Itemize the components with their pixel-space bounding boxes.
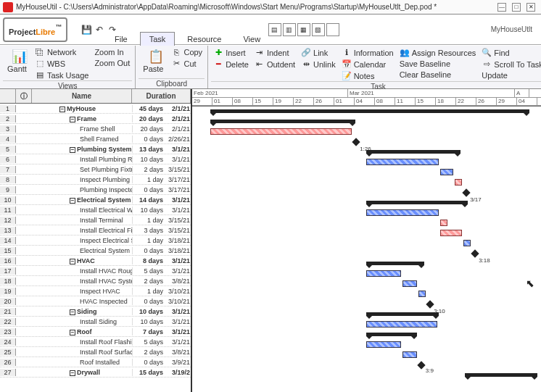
notes-button[interactable]: 📝Notes: [339, 70, 396, 81]
task-date[interactable]: 3/1/21: [165, 318, 191, 325]
task-name[interactable]: Frame Shell: [32, 125, 132, 133]
task-date[interactable]: 3/18/21: [165, 237, 191, 244]
tab-file[interactable]: File: [105, 32, 137, 46]
summary-bar[interactable]: [366, 333, 417, 336]
task-duration[interactable]: 45 days: [132, 105, 165, 112]
task-duration[interactable]: 13 days: [132, 146, 165, 153]
summary-bar[interactable]: [210, 120, 355, 123]
link-button[interactable]: 🔗Link: [299, 47, 338, 58]
task-duration[interactable]: 10 days: [132, 318, 165, 325]
assign-resources-button[interactable]: 👥Assign Resources: [397, 47, 479, 58]
table-row[interactable]: 25Install Roof Surface2 days3/8/21: [0, 347, 191, 357]
task-date[interactable]: 3/18/21: [165, 247, 191, 254]
task-duration[interactable]: 15 days: [132, 369, 165, 376]
milestone-icon[interactable]: 3:9: [417, 361, 425, 369]
col-duration[interactable]: Duration: [132, 89, 191, 103]
task-date[interactable]: 2/1/21: [165, 115, 191, 122]
task-name[interactable]: Shell Framed: [32, 135, 132, 143]
task-date[interactable]: 3/9/21: [165, 359, 191, 366]
milestone-icon[interactable]: 1:26: [352, 138, 360, 146]
summary-bar[interactable]: [366, 150, 461, 154]
network-button[interactable]: ⿻Network: [33, 47, 91, 57]
task-date[interactable]: 3/17/21: [165, 176, 191, 183]
summary-bar[interactable]: [465, 373, 537, 377]
task-bar[interactable]: [366, 270, 401, 277]
paste-button[interactable]: 📋Paste: [139, 47, 168, 75]
delete-button[interactable]: ━Delete: [211, 59, 251, 70]
task-date[interactable]: 2/1/21: [165, 125, 191, 133]
col-name[interactable]: Name: [32, 89, 132, 103]
task-bar[interactable]: [402, 280, 417, 287]
task-date[interactable]: 3/15/21: [165, 166, 191, 173]
task-date[interactable]: 3/1/21: [165, 338, 191, 346]
table-row[interactable]: 26Roof Installed0 days3/9/21: [0, 357, 191, 367]
wbs-button[interactable]: ⬚WBS: [33, 58, 91, 69]
task-name[interactable]: Install HVAC Rough-in: [32, 267, 132, 275]
task-duration[interactable]: 10 days: [132, 308, 165, 315]
find-button[interactable]: 🔍Find: [479, 47, 541, 58]
task-usage-button[interactable]: ▤Task Usage: [33, 70, 91, 80]
outdent-button[interactable]: ⇤Outdent: [252, 59, 297, 70]
task-duration[interactable]: 1 day: [132, 176, 165, 183]
task-date[interactable]: 2/1/21: [165, 105, 191, 112]
task-bar[interactable]: [402, 351, 417, 358]
task-name[interactable]: Plumbing Inspected: [32, 186, 132, 193]
task-duration[interactable]: 0 days: [132, 298, 165, 305]
task-duration[interactable]: 5 days: [132, 267, 165, 275]
gantt-chart[interactable]: Feb 2021Mar 2021A 2901081519222601040811…: [192, 89, 541, 392]
task-name[interactable]: Set Plumbing Fixtures: [32, 166, 132, 173]
task-name[interactable]: Install Siding: [32, 318, 132, 325]
task-name[interactable]: Install Roof Flashings: [32, 338, 132, 346]
table-row[interactable]: 4Shell Framed0 days2/26/21: [0, 134, 191, 144]
task-date[interactable]: 3/8/21: [165, 349, 191, 356]
task-spreadsheet[interactable]: ⓘ Name Duration 1−MyHouse45 days2/1/212−…: [0, 89, 192, 392]
task-name[interactable]: Install Terminal: [32, 217, 132, 224]
task-bar[interactable]: [210, 128, 352, 135]
task-duration[interactable]: 1 day: [132, 237, 165, 244]
task-date[interactable]: 3/1/21: [165, 267, 191, 275]
table-row[interactable]: 1−MyHouse45 days2/1/21: [0, 104, 191, 114]
task-name[interactable]: Install Electrical Wiring: [32, 207, 132, 214]
task-name[interactable]: Inspect Plumbing: [32, 176, 132, 183]
task-date[interactable]: 3/1/21: [165, 196, 191, 204]
task-duration[interactable]: 8 days: [132, 257, 165, 264]
undo-icon[interactable]: ↶: [94, 24, 105, 36]
task-duration[interactable]: 20 days: [132, 115, 165, 122]
task-name[interactable]: Install Electrical Fixtures: [32, 227, 132, 234]
task-duration[interactable]: 20 days: [132, 125, 165, 133]
save-icon[interactable]: 💾: [80, 24, 92, 36]
close-button[interactable]: ✕: [526, 3, 535, 12]
update-button[interactable]: Update: [479, 70, 541, 80]
milestone-icon[interactable]: 3:10: [426, 300, 434, 308]
summary-bar[interactable]: [366, 201, 468, 204]
task-name[interactable]: −Frame: [32, 115, 132, 122]
task-date[interactable]: 3/8/21: [165, 278, 191, 285]
maximize-button[interactable]: □: [512, 3, 521, 12]
task-date[interactable]: 3/15/21: [165, 217, 191, 224]
tab-view[interactable]: View: [234, 32, 270, 46]
task-name[interactable]: Install Roof Surface: [32, 349, 132, 356]
insert-button[interactable]: ✚Insert: [211, 47, 251, 58]
table-row[interactable]: 15Electrical System Inspect0 days3/18/21: [0, 246, 191, 256]
task-date[interactable]: 3/1/21: [165, 308, 191, 315]
task-bar[interactable]: [440, 169, 453, 175]
task-name[interactable]: −Roof: [32, 328, 132, 335]
milestone-icon[interactable]: 3/17: [462, 188, 470, 196]
milestone-icon[interactable]: 3:18: [471, 249, 479, 257]
task-duration[interactable]: 3 days: [132, 227, 165, 234]
task-name[interactable]: Inspect HVAC: [32, 288, 132, 295]
task-duration[interactable]: 10 days: [132, 156, 165, 163]
task-date[interactable]: 3/17/21: [165, 186, 191, 193]
table-row[interactable]: 6Install Plumbing Rough-in10 days3/1/21: [0, 154, 191, 164]
task-bar[interactable]: [440, 220, 447, 226]
task-name[interactable]: Roof Installed: [32, 359, 132, 366]
task-duration[interactable]: 10 days: [132, 207, 165, 214]
task-date[interactable]: 2/26/21: [165, 135, 191, 143]
table-row[interactable]: 12Install Terminal1 day3/15/21: [0, 215, 191, 225]
save-baseline-button[interactable]: Save Baseline: [397, 59, 479, 69]
table-row[interactable]: 19Inspect HVAC1 day3/10/21: [0, 286, 191, 296]
table-row[interactable]: 2−Frame20 days2/1/21: [0, 114, 191, 124]
task-duration[interactable]: 5 days: [132, 338, 165, 346]
zoom-in-button[interactable]: Zoom In: [92, 47, 132, 57]
task-bar[interactable]: [366, 341, 401, 348]
